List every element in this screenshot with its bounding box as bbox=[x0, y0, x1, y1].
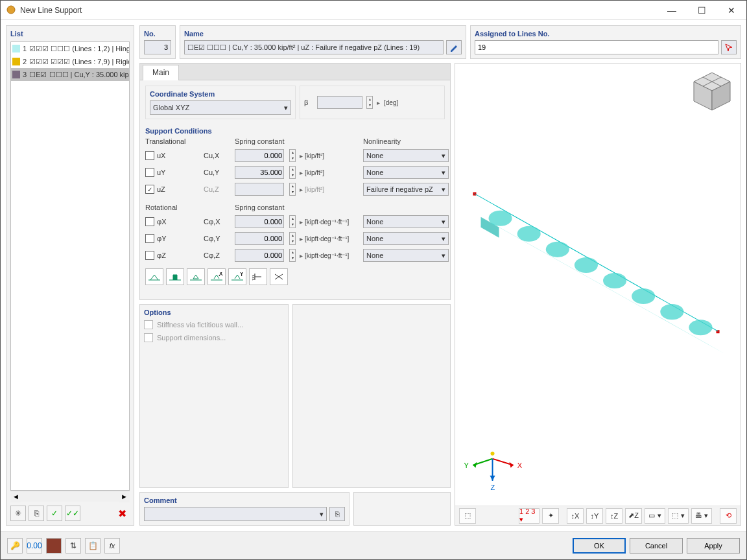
list-item-selected[interactable]: 3 ☐E☑ ☐☐☐ | Cu,Y : 35.000 kip/ft² | uZ :… bbox=[11, 68, 129, 81]
check-button[interactable]: ✓ bbox=[47, 506, 62, 521]
svg-point-30 bbox=[491, 452, 495, 456]
chevron-down-icon: ▾ bbox=[284, 104, 288, 112]
svg-marker-25 bbox=[473, 462, 477, 468]
uz-checkbox[interactable] bbox=[145, 185, 154, 194]
phiz-nonlinearity-select[interactable]: None▾ bbox=[363, 249, 449, 262]
stiffness-option: Stiffness via fictitious wall... bbox=[144, 320, 284, 329]
support-header: Support Conditions bbox=[145, 127, 445, 135]
tab-main[interactable]: Main bbox=[143, 65, 179, 80]
ok-button[interactable]: OK bbox=[573, 538, 626, 554]
fx-button[interactable]: fx bbox=[104, 538, 120, 554]
arrow-icon[interactable]: ▸ bbox=[297, 169, 305, 176]
preset-hinged-button[interactable] bbox=[145, 268, 163, 285]
delete-button[interactable]: ✖ bbox=[114, 506, 130, 521]
col-nonlinearity: Nonlinearity bbox=[363, 137, 449, 145]
view-x-button[interactable]: ↕X bbox=[567, 508, 584, 524]
comment-blank-panel bbox=[353, 492, 451, 526]
uz-spinner: ▴▾ bbox=[289, 183, 296, 196]
check-all-button[interactable]: ✓✓ bbox=[65, 506, 80, 521]
coord-system-select[interactable]: Global XYZ▾ bbox=[150, 100, 291, 115]
view-perspective-button[interactable]: ▭ ▾ bbox=[645, 508, 665, 524]
print-button[interactable]: 🖶 ▾ bbox=[691, 508, 712, 524]
edit-name-button[interactable] bbox=[446, 40, 462, 54]
beta-label: β bbox=[304, 99, 313, 106]
svg-point-19 bbox=[660, 304, 683, 320]
preset-sliding-x-button[interactable]: X bbox=[208, 268, 226, 285]
horizontal-scrollbar[interactable]: ◄ ► bbox=[10, 491, 130, 502]
color-button[interactable] bbox=[46, 538, 62, 554]
script-button[interactable]: 📋 bbox=[85, 538, 101, 554]
chevron-down-icon: ▾ bbox=[442, 251, 445, 260]
scroll-left-icon[interactable]: ◄ bbox=[10, 491, 21, 502]
3d-model: X Y Z bbox=[455, 64, 741, 506]
phiy-nonlinearity-select[interactable]: None▾ bbox=[363, 232, 449, 245]
units-button[interactable]: 0.00 bbox=[27, 538, 42, 554]
uy-nonlinearity-select[interactable]: None▾ bbox=[363, 166, 449, 179]
svg-point-17 bbox=[603, 273, 626, 288]
cancel-button[interactable]: Cancel bbox=[630, 538, 683, 554]
ux-spinner[interactable]: ▴▾ bbox=[289, 149, 296, 162]
axis-view-button[interactable]: ✦ bbox=[542, 508, 559, 524]
preset-free-button[interactable] bbox=[270, 268, 288, 285]
view-iso-button[interactable]: ⬈Z bbox=[625, 508, 642, 524]
list-box[interactable]: 1 ☑☑☑ ☐☐☐ (Lines : 1,2) | Hinged 2 ☑☑☑ ☑… bbox=[10, 41, 130, 491]
svg-text:X: X bbox=[517, 461, 523, 469]
preset-sliding-y-button[interactable]: Y bbox=[228, 268, 246, 285]
preset-rigid-button[interactable] bbox=[166, 268, 184, 285]
preset-wall-button[interactable] bbox=[249, 268, 267, 285]
phiy-spring-input[interactable] bbox=[235, 232, 284, 245]
copy-item-button[interactable]: ⎘ bbox=[29, 506, 44, 521]
ux-spring-input[interactable] bbox=[235, 149, 284, 162]
view-y-button[interactable]: ↕Y bbox=[586, 508, 603, 524]
ux-nonlinearity-select[interactable]: None▾ bbox=[363, 149, 449, 162]
viewport-panel: X Y Z ⬚ bbox=[455, 63, 741, 526]
3d-view[interactable]: X Y Z bbox=[455, 64, 741, 506]
phix-spring-input[interactable] bbox=[235, 215, 284, 228]
uy-spinner[interactable]: ▴▾ bbox=[289, 166, 296, 179]
chevron-down-icon: ▾ bbox=[442, 152, 445, 160]
list-item[interactable]: 2 ☑☑☑ ☑☑☑ (Lines : 7,9) | Rigid bbox=[11, 55, 129, 68]
comment-select[interactable]: ▾ bbox=[144, 507, 327, 521]
number-view-button[interactable]: 1 2 3 ▾ bbox=[519, 508, 540, 524]
help-button[interactable]: 🔑 bbox=[7, 538, 23, 554]
svg-point-13 bbox=[489, 211, 512, 226]
maximize-button[interactable]: ☐ bbox=[687, 1, 717, 19]
phiy-checkbox[interactable] bbox=[145, 234, 154, 243]
uz-nonlinearity-select[interactable]: Failure if negative pZ▾ bbox=[363, 183, 449, 196]
lib-button[interactable]: ⇅ bbox=[65, 538, 81, 554]
number-panel: No. bbox=[139, 25, 176, 59]
new-item-button[interactable]: ✳ bbox=[10, 506, 26, 521]
refresh-view-button[interactable]: ⟲ bbox=[720, 508, 737, 524]
minimize-button[interactable]: — bbox=[657, 1, 687, 19]
name-panel: Name ☐E☑ ☐☐☐ | Cu,Y : 35.000 kip/ft² | u… bbox=[180, 25, 466, 59]
scroll-right-icon[interactable]: ► bbox=[119, 491, 130, 502]
arrow-icon: ▸ bbox=[297, 186, 305, 193]
phix-checkbox[interactable] bbox=[145, 217, 154, 226]
arrow-icon[interactable]: ▸ bbox=[297, 252, 305, 259]
uy-spring-input[interactable] bbox=[235, 166, 284, 179]
number-input[interactable] bbox=[144, 40, 171, 54]
view-wireframe-button[interactable]: ⬚ ▾ bbox=[668, 508, 689, 524]
phiz-checkbox[interactable] bbox=[145, 251, 154, 260]
arrow-icon[interactable]: ▸ bbox=[297, 152, 305, 159]
uy-checkbox[interactable] bbox=[145, 168, 154, 177]
list-header: List bbox=[10, 30, 130, 38]
view-z-button[interactable]: ↕Z bbox=[606, 508, 622, 524]
list-item[interactable]: 1 ☑☑☑ ☐☐☐ (Lines : 1,2) | Hinged bbox=[11, 42, 129, 55]
comment-edit-button[interactable]: ⎘ bbox=[329, 507, 345, 521]
phix-spinner[interactable]: ▴▾ bbox=[289, 215, 296, 228]
close-button[interactable]: ✕ bbox=[717, 1, 746, 19]
isolate-button[interactable]: ⬚ bbox=[459, 508, 476, 524]
ux-checkbox[interactable] bbox=[145, 151, 154, 160]
phiz-spring-input[interactable] bbox=[235, 249, 284, 262]
preset-sliding-button[interactable] bbox=[187, 268, 205, 285]
pick-lines-button[interactable] bbox=[721, 40, 737, 54]
arrow-icon[interactable]: ▸ bbox=[297, 235, 305, 242]
list-panel: List 1 ☑☑☑ ☐☐☐ (Lines : 1,2) | Hinged 2 … bbox=[6, 25, 134, 526]
arrow-icon[interactable]: ▸ bbox=[297, 218, 305, 226]
phiy-spinner[interactable]: ▴▾ bbox=[289, 232, 296, 245]
phiz-spinner[interactable]: ▴▾ bbox=[289, 249, 296, 262]
phix-nonlinearity-select[interactable]: None▾ bbox=[363, 215, 449, 228]
assigned-input[interactable] bbox=[475, 40, 718, 54]
apply-button[interactable]: Apply bbox=[687, 538, 740, 554]
